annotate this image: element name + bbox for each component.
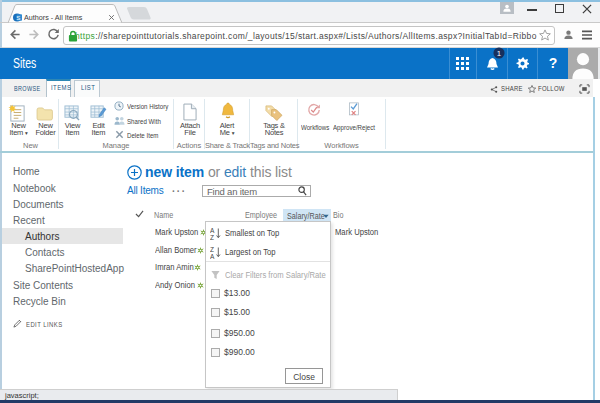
- svg-text:S: S: [16, 14, 20, 21]
- svg-text:A: A: [210, 253, 215, 260]
- svg-text:Z: Z: [210, 234, 214, 241]
- svg-text:1: 1: [497, 49, 501, 58]
